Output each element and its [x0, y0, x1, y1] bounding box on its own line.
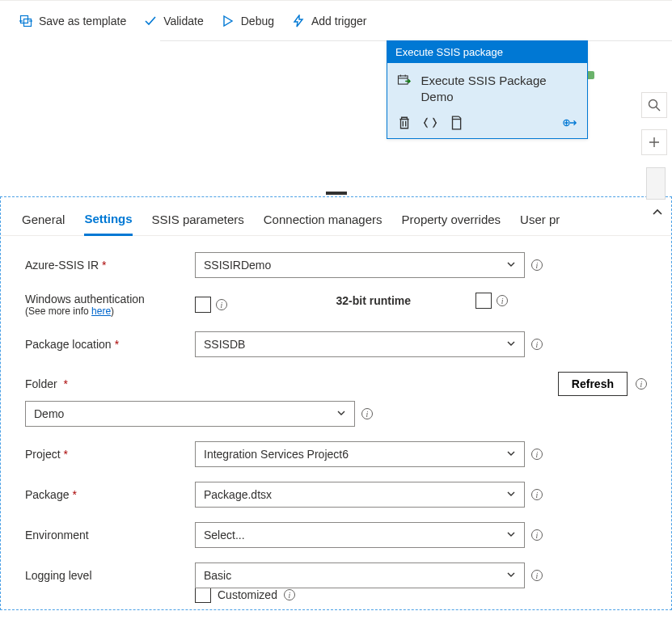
info-icon[interactable]: [531, 529, 543, 541]
runtime-32bit-label: 32-bit runtime: [336, 294, 412, 307]
add-button[interactable]: [641, 129, 667, 155]
details-panel: General Settings SSIS parameters Connect…: [0, 196, 672, 610]
folder-label: Folder: [25, 377, 57, 390]
windows-auth-sublabel: (See more info here): [25, 305, 114, 317]
logging-level-label: Logging level: [25, 569, 92, 582]
info-icon[interactable]: [636, 378, 647, 390]
azure-ssis-ir-value: SSISIRDemo: [204, 259, 271, 272]
windows-auth-here-link[interactable]: here: [91, 305, 111, 317]
package-value: Package.dtsx: [204, 488, 272, 501]
chevron-down-icon: [506, 449, 516, 458]
activity-card[interactable]: Execute SSIS package Execute SSIS Packag…: [387, 40, 588, 139]
chevron-down-icon: [506, 339, 516, 348]
svg-rect-2: [398, 76, 408, 84]
save-template-icon: [19, 15, 32, 27]
tab-connection-managers[interactable]: Connection managers: [264, 206, 382, 234]
save-template-button[interactable]: Save as template: [19, 15, 126, 27]
save-template-label: Save as template: [39, 15, 126, 27]
activity-type-header: Execute SSIS package: [387, 41, 587, 63]
chevron-down-icon: [506, 259, 516, 269]
chevron-down-icon: [506, 570, 516, 579]
required-indicator: *: [64, 377, 68, 390]
copy-icon[interactable]: [449, 116, 463, 130]
chevron-down-icon: [506, 529, 516, 539]
refresh-button[interactable]: Refresh: [558, 372, 628, 396]
project-value: Integration Services Project6: [204, 448, 349, 461]
required-indicator: *: [102, 259, 106, 272]
info-icon[interactable]: [531, 489, 543, 500]
customized-checkbox[interactable]: [195, 587, 211, 603]
info-icon[interactable]: [531, 449, 543, 460]
tab-ssis-parameters[interactable]: SSIS parameters: [152, 206, 244, 234]
package-location-value: SSISDB: [204, 338, 245, 351]
tab-general[interactable]: General: [22, 206, 65, 234]
add-output-icon[interactable]: [563, 116, 577, 130]
tab-settings[interactable]: Settings: [84, 205, 132, 236]
info-icon[interactable]: [284, 589, 295, 600]
environment-label: Environment: [25, 529, 89, 541]
ssis-package-icon: [397, 73, 411, 87]
chevron-down-icon: [506, 489, 516, 499]
info-icon[interactable]: [361, 408, 373, 419]
collapse-panel-button[interactable]: [652, 207, 663, 221]
zoom-search-button[interactable]: [641, 92, 667, 118]
validate-label: Validate: [163, 15, 204, 27]
debug-button[interactable]: Debug: [222, 15, 274, 27]
play-icon: [222, 15, 235, 27]
customized-label: Customized: [218, 588, 277, 601]
package-location-label: Package location: [25, 338, 112, 351]
chevron-up-icon: [652, 207, 663, 218]
windows-auth-label: Windows authentication: [25, 293, 145, 305]
info-icon[interactable]: [531, 339, 543, 350]
activity-title: Execute SSIS Package Demo: [421, 73, 577, 104]
svg-rect-3: [453, 120, 461, 129]
windows-auth-checkbox[interactable]: [195, 297, 211, 313]
azure-ssis-ir-select[interactable]: SSISIRDemo: [195, 252, 525, 278]
package-select[interactable]: Package.dtsx: [195, 482, 525, 508]
info-icon[interactable]: [531, 570, 543, 581]
runtime-32bit-checkbox[interactable]: [475, 293, 492, 309]
required-indicator: *: [72, 488, 76, 501]
required-indicator: *: [115, 338, 119, 351]
project-label: Project: [25, 448, 61, 461]
add-trigger-button[interactable]: Add trigger: [292, 15, 366, 27]
environment-value: Select...: [204, 529, 245, 541]
lightning-icon: [292, 15, 305, 27]
minimap-scroll-thumb[interactable]: [646, 167, 666, 200]
search-icon: [648, 99, 661, 112]
info-icon[interactable]: [497, 295, 508, 306]
folder-value: Demo: [34, 407, 64, 420]
validate-button[interactable]: Validate: [144, 15, 204, 27]
plus-icon: [648, 136, 661, 149]
package-location-select[interactable]: SSISDB: [195, 331, 525, 357]
project-select[interactable]: Integration Services Project6: [195, 441, 525, 467]
chevron-down-icon: [336, 408, 346, 418]
delete-icon[interactable]: [397, 116, 412, 130]
tab-user-properties[interactable]: User pr: [520, 206, 560, 234]
logging-level-value: Basic: [204, 569, 231, 582]
debug-label: Debug: [241, 15, 274, 27]
folder-select[interactable]: Demo: [25, 401, 355, 427]
logging-level-select[interactable]: Basic: [195, 562, 525, 588]
info-icon[interactable]: [216, 299, 227, 310]
add-trigger-label: Add trigger: [311, 15, 366, 27]
azure-ssis-ir-label: Azure-SSIS IR: [25, 259, 99, 272]
code-icon[interactable]: [423, 116, 437, 130]
panel-resize-handle[interactable]: [326, 192, 347, 195]
info-icon[interactable]: [531, 259, 543, 271]
checkmark-icon: [144, 15, 157, 27]
tab-property-overrides[interactable]: Property overrides: [402, 206, 501, 234]
environment-select[interactable]: Select...: [195, 522, 525, 548]
package-label: Package: [25, 488, 69, 501]
pipeline-canvas[interactable]: Execute SSIS package Execute SSIS Packag…: [0, 40, 672, 196]
required-indicator: *: [64, 448, 68, 461]
